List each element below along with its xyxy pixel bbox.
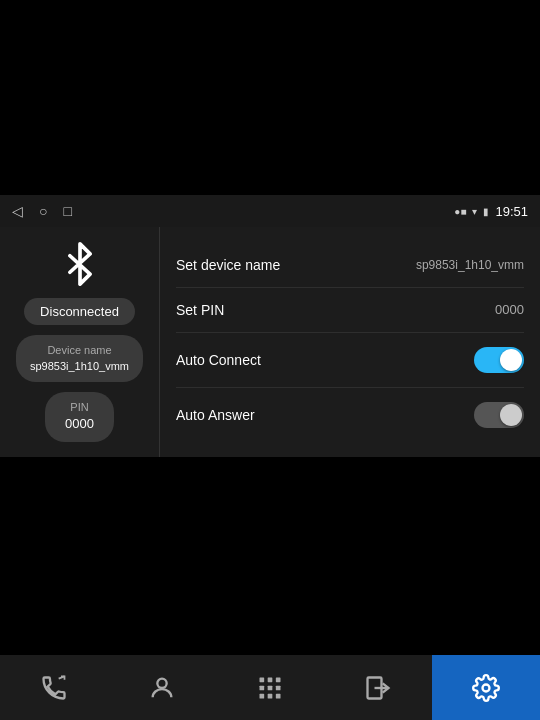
svg-rect-3 <box>268 677 273 682</box>
auto-answer-label: Auto Answer <box>176 407 255 423</box>
svg-rect-4 <box>276 677 281 682</box>
set-device-name-label: Set device name <box>176 257 280 273</box>
svg-rect-2 <box>260 677 265 682</box>
device-name-pill: Device name sp9853i_1h10_vmm <box>16 335 143 382</box>
svg-rect-5 <box>260 685 265 690</box>
nav-item-settings[interactable] <box>432 655 540 720</box>
device-name-value: sp9853i_1h10_vmm <box>30 359 129 374</box>
pin-value: 0000 <box>65 415 94 433</box>
status-bar: ◁ ○ □ ●■ ▾ ▮ 19:51 <box>0 195 540 227</box>
nav-icons: ◁ ○ □ <box>12 203 72 219</box>
home-nav-icon[interactable]: ○ <box>39 203 47 219</box>
pin-pill: PIN 0000 <box>45 392 114 442</box>
exit-icon <box>364 674 392 702</box>
back-nav-icon[interactable]: ◁ <box>12 203 23 219</box>
device-name-label: Device name <box>30 343 129 358</box>
auto-answer-toggle[interactable] <box>474 402 524 428</box>
svg-point-1 <box>157 678 166 687</box>
svg-rect-7 <box>276 685 281 690</box>
status-icons: ●■ ▾ ▮ 19:51 <box>454 204 528 219</box>
connection-status-label: Disconnected <box>40 304 119 319</box>
auto-answer-row: Auto Answer <box>176 388 524 442</box>
svg-rect-9 <box>268 693 273 698</box>
svg-point-13 <box>483 684 490 691</box>
nav-item-phone[interactable] <box>0 655 108 720</box>
clock: 19:51 <box>495 204 528 219</box>
nav-item-contacts[interactable] <box>108 655 216 720</box>
recents-nav-icon[interactable]: □ <box>63 203 71 219</box>
bluetooth-icon <box>58 242 102 286</box>
set-device-name-row: Set device name sp9853i_1h10_vmm <box>176 243 524 288</box>
svg-rect-6 <box>268 685 273 690</box>
auto-connect-label: Auto Connect <box>176 352 261 368</box>
top-black-area <box>0 0 540 195</box>
nav-item-apps[interactable] <box>216 655 324 720</box>
connection-status-pill: Disconnected <box>24 298 135 325</box>
auto-connect-toggle[interactable] <box>474 347 524 373</box>
svg-rect-8 <box>260 693 265 698</box>
contacts-icon <box>148 674 176 702</box>
set-pin-value[interactable]: 0000 <box>495 302 524 317</box>
set-pin-label: Set PIN <box>176 302 224 318</box>
bottom-nav <box>0 655 540 720</box>
pin-label: PIN <box>65 400 94 415</box>
right-panel: Set device name sp9853i_1h10_vmm Set PIN… <box>160 227 540 457</box>
phone-icon <box>40 674 68 702</box>
signal-icon: ●■ <box>454 206 466 217</box>
battery-icon: ▮ <box>483 206 489 217</box>
auto-connect-row: Auto Connect <box>176 333 524 388</box>
left-panel: Disconnected Device name sp9853i_1h10_vm… <box>0 227 160 457</box>
wifi-icon: ▾ <box>472 206 477 217</box>
set-device-name-value[interactable]: sp9853i_1h10_vmm <box>416 258 524 272</box>
apps-icon <box>256 674 284 702</box>
nav-item-exit[interactable] <box>324 655 432 720</box>
settings-icon <box>472 674 500 702</box>
set-pin-row: Set PIN 0000 <box>176 288 524 333</box>
main-content: Disconnected Device name sp9853i_1h10_vm… <box>0 227 540 457</box>
svg-rect-10 <box>276 693 281 698</box>
